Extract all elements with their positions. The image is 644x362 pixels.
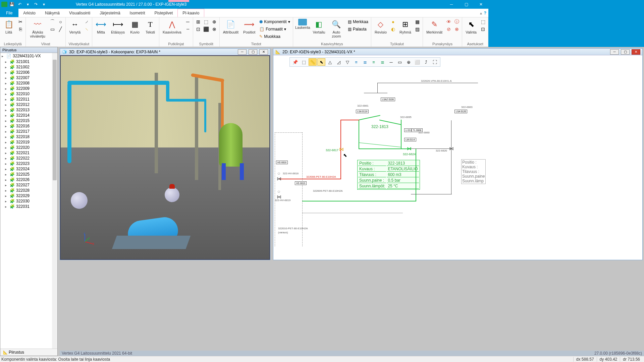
close-button[interactable]: ✕ bbox=[474, 0, 488, 9]
copy-icon[interactable]: ⎘ bbox=[17, 25, 24, 33]
dropdown-icon[interactable]: ▾ bbox=[24, 1, 32, 8]
tree-item[interactable]: ▸🧩322013 bbox=[0, 107, 57, 113]
diagram-canvas[interactable]: 322026-VPA-80-E10H1-A LSAZ 0106 LSA 0119… bbox=[273, 72, 488, 260]
palauta-button[interactable]: ▥Palauta bbox=[346, 25, 370, 33]
trim-icon[interactable]: ⟋ bbox=[83, 18, 91, 25]
viewport-2d[interactable]: 📌 ⬚ 📏 ⬉ △ ◿ ▽ ≡ ≣ ≡ ≣ ─ ▭ ⊕ ⬜ bbox=[273, 55, 488, 260]
tree-item[interactable]: ▸🧩322019 bbox=[0, 139, 57, 145]
tab-jarjestelma[interactable]: Järjestelmä bbox=[95, 9, 125, 17]
tb-cursor-icon[interactable]: ⬉ bbox=[317, 58, 325, 66]
s2-icon[interactable]: ⊡ bbox=[479, 25, 487, 33]
tree-item[interactable]: ▸🧩322029 bbox=[0, 193, 57, 198]
autozoom-button[interactable]: 🔍Auto zoom bbox=[327, 18, 346, 41]
tb-lines3-icon[interactable]: ≡ bbox=[370, 58, 378, 66]
line2-icon[interactable]: ┄ bbox=[184, 25, 192, 33]
p4-icon[interactable]: ⊗ bbox=[453, 25, 461, 33]
axis-gizmo[interactable]: zx bbox=[81, 232, 94, 246]
tree-item[interactable]: ▸🧩322031 bbox=[0, 204, 57, 209]
tree-item[interactable]: ▸🧩322017 bbox=[0, 129, 57, 134]
tab-pistepilvet[interactable]: Pistepilvet bbox=[150, 9, 178, 17]
doc-3d-titlebar[interactable]: 🧊 3D: EXP-IGEN-style3 - Kokoonpano: EXP3… bbox=[60, 49, 270, 55]
tree-item[interactable]: ▸🧩322015 bbox=[0, 118, 57, 123]
tree-item[interactable]: ▸🧩322010 bbox=[0, 91, 57, 97]
paste-button[interactable]: 📋Liitä bbox=[1, 18, 16, 41]
tree-item[interactable]: ▸🧩322016 bbox=[0, 123, 57, 129]
collapse-ribbon-icon[interactable]: ▴ bbox=[480, 11, 482, 15]
tree-item[interactable]: ▸🧩322009 bbox=[0, 86, 57, 91]
g1-icon[interactable]: ▦ bbox=[414, 18, 421, 25]
tree-item[interactable]: ▸🧩321002 bbox=[0, 64, 57, 70]
sym5-icon[interactable]: ⊕ bbox=[211, 18, 218, 25]
komponentit-button[interactable]: ⬢Komponentit▾ bbox=[258, 18, 291, 25]
valinta-button[interactable]: ⬉Valinta bbox=[464, 18, 479, 41]
dropdown-icon[interactable]: ▾ bbox=[40, 1, 48, 8]
tab-arkisto[interactable]: Arkisto bbox=[18, 9, 40, 17]
tree-item[interactable]: ▸🧩322007 bbox=[0, 75, 57, 80]
tree-item[interactable]: ▸🧩322028 bbox=[0, 188, 57, 193]
doc-3d-max[interactable]: ▢ bbox=[249, 49, 257, 55]
tb-page-icon[interactable]: ⬜ bbox=[413, 58, 421, 66]
formaatit-button[interactable]: 📋Formaatit▾ bbox=[258, 25, 291, 33]
viewport-3d[interactable]: zx bbox=[60, 55, 270, 260]
minimize-button[interactable]: ─ bbox=[444, 0, 459, 9]
tree-item[interactable]: ▸🧩322026 bbox=[0, 177, 57, 182]
redo-icon[interactable]: ↷ bbox=[32, 1, 40, 8]
tree-item[interactable]: ▸🧩322012 bbox=[0, 102, 57, 107]
tree-root[interactable]: ▸📄322M43101-VX bbox=[0, 53, 57, 59]
mitta-button[interactable]: ⟷Mitta bbox=[94, 18, 108, 41]
smartline-button[interactable]: 〰Älykäs viivaketju bbox=[27, 18, 48, 41]
sym2-icon[interactable]: ⊡ bbox=[195, 25, 202, 33]
app-icon[interactable] bbox=[1, 2, 7, 7]
merkkaa-button[interactable]: ▤Merkkaa bbox=[346, 18, 370, 25]
kuvio-button[interactable]: ▦Kuvio bbox=[127, 18, 142, 41]
ryhma-button[interactable]: ⊞Ryhmä bbox=[397, 18, 413, 41]
diag-icon[interactable]: ╱ bbox=[57, 25, 64, 33]
tab-visualisointi[interactable]: Visualisointi bbox=[64, 9, 95, 17]
tree-item[interactable]: ▸🧩322022 bbox=[0, 156, 57, 161]
doc-2d-titlebar[interactable]: 📐 2D: EXP-IGEN-style3 - 322M43101-VX * ─… bbox=[273, 49, 488, 55]
tb-measure-icon[interactable]: 📏 bbox=[309, 58, 317, 66]
tb-filter-icon[interactable]: ▽ bbox=[343, 58, 352, 66]
tb-expand-icon[interactable]: ⛶ bbox=[431, 58, 439, 66]
tb-lines4-icon[interactable]: ≣ bbox=[378, 58, 386, 66]
tb-tri2-icon[interactable]: ◿ bbox=[335, 58, 343, 66]
sym4-icon[interactable]: ⬛ bbox=[203, 25, 210, 33]
tree-item[interactable]: ▸🧩322011 bbox=[0, 97, 57, 102]
merkinnat-button[interactable]: ✎Merkinnät bbox=[424, 18, 444, 41]
attribuutit-button[interactable]: 📄Attribuutit bbox=[221, 18, 240, 41]
tab-isometrit[interactable]: Isometrit bbox=[125, 9, 150, 17]
undo-icon[interactable]: ↶ bbox=[16, 1, 23, 8]
muokkaa-button[interactable]: ✎Muokkaa bbox=[258, 33, 291, 40]
tb-select-icon[interactable]: ⬚ bbox=[300, 58, 308, 66]
tree-item[interactable]: ▸🧩322027 bbox=[0, 182, 57, 188]
vertailu-button[interactable]: ◧Vertailu bbox=[312, 18, 326, 41]
revisio-button[interactable]: ◇Revisio bbox=[373, 18, 389, 41]
rev1-icon[interactable]: ● bbox=[389, 18, 397, 25]
save-icon[interactable]: 💾 bbox=[8, 1, 15, 8]
tb-lines2-icon[interactable]: ≣ bbox=[361, 58, 369, 66]
tree-scrollbar[interactable] bbox=[52, 53, 57, 274]
tab-pikaavio[interactable]: PI-kaavio bbox=[177, 9, 204, 17]
tree-item[interactable]: ▸🧩322014 bbox=[0, 113, 57, 118]
p2-icon[interactable]: ⊘ bbox=[445, 25, 452, 33]
tree-item[interactable]: ▸🧩321001 bbox=[0, 59, 57, 64]
line1-icon[interactable]: ─ bbox=[184, 18, 192, 25]
doc-3d-close[interactable]: ✕ bbox=[259, 49, 268, 55]
p1-icon[interactable]: 👁 bbox=[445, 18, 452, 25]
tb-rect-icon[interactable]: ▭ bbox=[396, 58, 404, 66]
tb-tri1-icon[interactable]: △ bbox=[326, 58, 334, 66]
tb-zoom-icon[interactable]: ⊕ bbox=[405, 58, 413, 66]
tree-item[interactable]: ▸🧩322024 bbox=[0, 166, 57, 172]
tree-item[interactable]: ▸🧩322030 bbox=[0, 198, 57, 204]
tb-single-icon[interactable]: ─ bbox=[387, 58, 395, 66]
tab-nakyma[interactable]: Näkymä bbox=[40, 9, 64, 17]
arc-icon[interactable]: ⌒ bbox=[49, 18, 56, 25]
stretch-button[interactable]: ↔Venytä bbox=[67, 18, 83, 41]
cut-icon[interactable]: ✂ bbox=[17, 18, 24, 25]
tree-item[interactable]: ▸🧩322006 bbox=[0, 70, 57, 75]
doc-3d-min[interactable]: ─ bbox=[238, 49, 247, 55]
rect-icon[interactable]: ▭ bbox=[49, 25, 56, 33]
teksti-button[interactable]: TTeksti bbox=[143, 18, 158, 41]
maximize-button[interactable]: ▢ bbox=[459, 0, 474, 9]
circle-icon[interactable]: ○ bbox=[57, 18, 64, 25]
